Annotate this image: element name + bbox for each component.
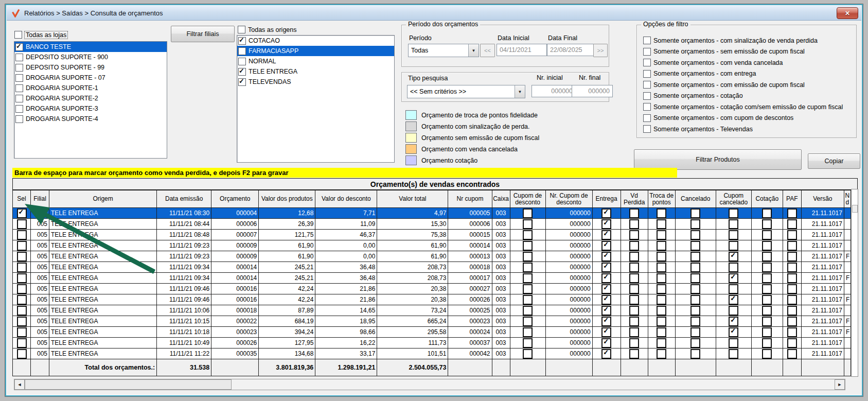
- grid-row[interactable]: 005TELE ENTREGA11/11/21 09:2300000961,90…: [13, 240, 851, 251]
- vertical-scrollbar[interactable]: [851, 189, 858, 377]
- filter-option[interactable]: Somente orçamentos - com sinalização de …: [643, 37, 818, 44]
- grid-row[interactable]: 005TELE ENTREGA11/11/21 10:0600001887,89…: [13, 305, 851, 316]
- grid-row[interactable]: 005TELE ENTREGA11/11/21 11:22000035134,6…: [13, 348, 851, 359]
- store-list-item[interactable]: DROGARIA SUPORTE-4: [14, 114, 167, 124]
- scroll-right-icon[interactable]: ►: [835, 379, 845, 390]
- row-select-checkbox[interactable]: [17, 219, 27, 229]
- chevron-down-icon[interactable]: ▼: [515, 85, 525, 98]
- store-item-checkbox[interactable]: [15, 105, 23, 113]
- period-combobox[interactable]: Todas ▼: [408, 44, 479, 57]
- origin-list-item[interactable]: FARMACIASAPP: [237, 46, 394, 56]
- row-select-checkbox[interactable]: [17, 284, 27, 294]
- filter-option[interactable]: Somente orçamentos - sem emissão de cupo…: [643, 48, 805, 56]
- store-list-item[interactable]: BANCO TESTE: [14, 42, 167, 52]
- row-select-checkbox[interactable]: [17, 295, 27, 305]
- grid-row[interactable]: 005TELE ENTREGA11/11/21 09:4600001642,24…: [13, 294, 851, 305]
- end-date-field[interactable]: 22/08/2025: [547, 44, 597, 56]
- row-select-checkbox[interactable]: [17, 208, 27, 218]
- row-select-checkbox[interactable]: [17, 252, 27, 261]
- filter-option[interactable]: Somente orçamentos - com venda cancelada: [643, 59, 783, 66]
- filter-option-checkbox[interactable]: [643, 125, 651, 133]
- store-list-item[interactable]: DEPOSITO SUPORTE - 99: [14, 62, 167, 73]
- grid-row[interactable]: 005TELE ENTREGA11/11/21 10:18000023394,2…: [13, 327, 851, 338]
- horizontal-scrollbar-thumb[interactable]: [25, 379, 232, 390]
- store-item-checkbox[interactable]: [15, 43, 23, 51]
- filter-option-checkbox[interactable]: [643, 59, 651, 66]
- stores-listbox[interactable]: BANCO TESTEDEPOSITO SUPORTE - 900DEPOSIT…: [14, 41, 167, 159]
- chevron-down-icon[interactable]: ▼: [468, 44, 479, 57]
- row-select-checkbox[interactable]: [17, 241, 27, 251]
- vertical-scrollbar-thumb[interactable]: [852, 205, 858, 213]
- origin-item-checkbox[interactable]: [238, 58, 246, 65]
- filter-option-checkbox[interactable]: [643, 81, 651, 89]
- filter-branches-button[interactable]: Filtrar filiais: [171, 26, 235, 42]
- store-item-checkbox[interactable]: [15, 115, 23, 123]
- origin-list-item[interactable]: NORMAL: [237, 56, 394, 66]
- filter-option-checkbox[interactable]: [643, 37, 651, 44]
- grid-row[interactable]: 005TELE ENTREGA11/11/21 09:2300000961,90…: [13, 251, 851, 262]
- store-list-item[interactable]: DROGARIA SUPORTE-3: [14, 103, 167, 114]
- nr-end-field[interactable]: 000000: [572, 85, 613, 97]
- origins-listbox[interactable]: COTACAOFARMACIASAPPNORMALTELE ENTREGATEL…: [237, 35, 395, 163]
- filter-option[interactable]: Somente orçamentos - com emissão de cupo…: [643, 81, 805, 89]
- store-item-checkbox[interactable]: [15, 84, 23, 92]
- filter-option-checkbox[interactable]: [643, 92, 651, 100]
- period-next-button[interactable]: >>: [593, 44, 608, 57]
- grid-row[interactable]: 005TELE ENTREGA11/11/21 09:34000014245,2…: [13, 273, 851, 284]
- horizontal-scrollbar[interactable]: ◄ ►: [14, 379, 845, 390]
- scroll-left-icon[interactable]: ◄: [14, 379, 25, 390]
- search-type-combobox[interactable]: << Sem critérios >> ▼: [407, 85, 525, 98]
- store-list-item[interactable]: DROGARIA SUPORTE-1: [14, 83, 167, 93]
- origin-item-checkbox[interactable]: [238, 37, 246, 45]
- filter-option-checkbox[interactable]: [643, 70, 651, 78]
- grid-row[interactable]: 005TELE ENTREGA11/11/21 10:15000022684,1…: [13, 316, 851, 327]
- origin-item-checkbox[interactable]: [238, 47, 246, 55]
- store-list-item[interactable]: DROGARIA SUPORTE - 07: [14, 73, 167, 83]
- copy-button[interactable]: Copiar: [808, 153, 860, 169]
- filter-option[interactable]: Somente orçamentos - com entrega: [643, 70, 756, 78]
- filter-option[interactable]: Somente orçamentos - Televendas: [643, 125, 753, 133]
- row-select-checkbox[interactable]: [17, 317, 27, 326]
- grid-row[interactable]: 005TELE ENTREGA11/11/21 08:3000000412,68…: [13, 208, 851, 219]
- nr-start-field[interactable]: 000000: [532, 85, 576, 97]
- origin-list-item[interactable]: TELE ENTREGA: [237, 66, 394, 77]
- filter-option[interactable]: Somente orçamentos - cotação: [643, 92, 743, 100]
- origins-select-all[interactable]: Todas as origens: [238, 26, 297, 33]
- row-select-checkbox[interactable]: [17, 306, 27, 316]
- start-date-field[interactable]: 04/11/2021: [497, 44, 547, 56]
- filter-products-button[interactable]: Filtrar Produtos: [634, 149, 802, 170]
- row-select-checkbox[interactable]: [17, 230, 27, 240]
- origin-item-checkbox[interactable]: [238, 78, 246, 86]
- close-button[interactable]: ✕: [837, 7, 858, 19]
- store-item-checkbox[interactable]: [15, 95, 23, 102]
- period-prev-button[interactable]: <<: [480, 44, 495, 57]
- row-select-checkbox[interactable]: [17, 349, 27, 359]
- filter-option-checkbox[interactable]: [643, 103, 651, 111]
- row-select-checkbox[interactable]: [17, 327, 27, 337]
- row-select-checkbox[interactable]: [17, 273, 27, 283]
- store-item-checkbox[interactable]: [15, 64, 23, 72]
- origin-list-item[interactable]: TELEVENDAS: [237, 77, 394, 87]
- stores-select-all[interactable]: Todas as lojas: [14, 31, 67, 39]
- store-item-checkbox[interactable]: [15, 54, 23, 61]
- filter-option-checkbox[interactable]: [643, 48, 651, 56]
- grid-row[interactable]: 005TELE ENTREGA11/11/21 09:4600001642,24…: [13, 284, 851, 294]
- store-list-item[interactable]: DEPOSITO SUPORTE - 900: [14, 52, 167, 62]
- grid-row[interactable]: 005TELE ENTREGA11/11/21 08:48000007121,7…: [13, 230, 851, 240]
- filter-option[interactable]: Somente orçamentos - cotação com/sem emi…: [643, 103, 843, 111]
- grid-row[interactable]: 005TELE ENTREGA11/11/21 10:49000026127,9…: [13, 338, 851, 348]
- origins-select-all-checkbox[interactable]: [238, 26, 245, 33]
- filter-option[interactable]: Somente orçamentos - com cupom de descon…: [643, 114, 793, 122]
- grid-row[interactable]: 005TELE ENTREGA11/11/21 09:34000014245,2…: [13, 262, 851, 273]
- origin-list-item[interactable]: COTACAO: [237, 36, 394, 46]
- origin-item-checkbox[interactable]: [238, 68, 246, 76]
- horizontal-scrollbar-track[interactable]: [232, 379, 835, 390]
- filter-option-checkbox[interactable]: [643, 114, 651, 122]
- stores-select-all-checkbox[interactable]: [14, 31, 22, 39]
- row-select-checkbox[interactable]: [17, 263, 27, 272]
- title-bar[interactable]: Relatórios > Saídas > Consulta de orçame…: [7, 6, 861, 21]
- grid-row[interactable]: 005TELE ENTREGA11/11/21 08:4400000626,39…: [13, 219, 851, 230]
- store-list-item[interactable]: DROGARIA SUPORTE-2: [14, 93, 167, 103]
- store-item-checkbox[interactable]: [15, 74, 23, 82]
- row-select-checkbox[interactable]: [17, 338, 27, 348]
